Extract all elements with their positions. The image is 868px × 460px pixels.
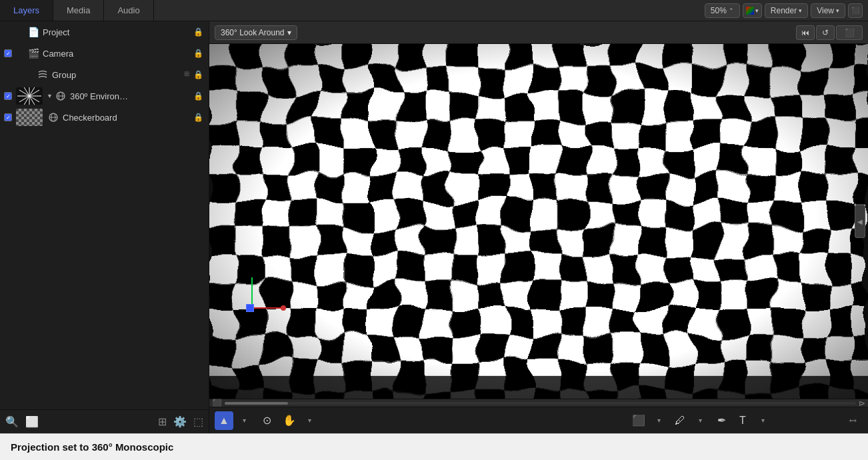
hand-dropdown-arrow: ▾ bbox=[308, 417, 311, 424]
search-icon[interactable]: 🔍 bbox=[5, 415, 19, 428]
view-arrow: ▾ bbox=[836, 7, 839, 14]
view-dropdown[interactable]: 360° Look Around ▾ bbox=[215, 25, 297, 40]
preview-extra-btn[interactable]: ⬛ bbox=[836, 25, 863, 40]
layer-project[interactable]: 📄 Project 🔒 bbox=[0, 21, 209, 43]
preview-reset-btn[interactable]: ↺ bbox=[816, 25, 835, 40]
color-swatch-icon bbox=[746, 7, 754, 15]
lasso-tool-btn[interactable]: ⊙ bbox=[257, 411, 276, 430]
group-behavior-icon: ⊞ bbox=[184, 70, 189, 79]
tab-media[interactable]: Media bbox=[53, 0, 104, 21]
gizmo-center-box[interactable] bbox=[246, 304, 254, 312]
status-bar: Projection set to 360° Monoscopic bbox=[0, 433, 868, 460]
lasso-icon: ⊙ bbox=[263, 414, 271, 427]
gizmo-vertical-line bbox=[251, 277, 253, 304]
render-btn[interactable]: Render ▾ bbox=[765, 3, 808, 18]
text-dropdown-btn[interactable]: ▾ bbox=[753, 411, 772, 430]
top-bar: Layers Media Audio 50% ⌃ ▾ Render ▾ View… bbox=[0, 0, 868, 21]
viewport: ◀ bbox=[209, 44, 868, 399]
layer-group-icon bbox=[36, 68, 49, 81]
hand-dropdown-btn[interactable]: ▾ bbox=[300, 411, 319, 430]
status-text: Projection set to 360° Monoscopic bbox=[11, 441, 173, 453]
shape-dropdown-arrow: ▾ bbox=[657, 417, 661, 424]
layer-env360-icon bbox=[54, 89, 67, 103]
pen-icon: ✒ bbox=[717, 414, 726, 427]
color-swatch-btn[interactable]: ▾ bbox=[743, 3, 762, 18]
layers-spacer bbox=[0, 128, 209, 409]
layer-camera-checkbox[interactable]: ✓ bbox=[0, 49, 16, 57]
canvas-right-collapse-btn[interactable]: ◀ bbox=[855, 205, 865, 238]
add-layer-icon[interactable]: ⬚ bbox=[193, 415, 203, 428]
group-svg-icon bbox=[37, 69, 48, 80]
env360-thumb-svg bbox=[16, 87, 43, 105]
layer-checkerboard-check: ✓ bbox=[4, 113, 12, 121]
zoom-control[interactable]: 50% ⌃ bbox=[705, 3, 740, 18]
select-tool-arrow-btn[interactable]: ▾ bbox=[235, 411, 253, 430]
layer-group[interactable]: Group ⊞ 🔒 bbox=[0, 64, 209, 85]
layer-env360-checkbox[interactable]: ✓ bbox=[0, 92, 16, 100]
paint-tool-group: 🖊 ▾ bbox=[671, 411, 709, 430]
view-label: View bbox=[817, 6, 834, 15]
layer-checkerboard[interactable]: ✓ Checkerboard 🔒 bbox=[0, 107, 209, 128]
pen-tool-btn[interactable]: ✒ bbox=[712, 411, 731, 430]
layout-btn[interactable]: ⬛ bbox=[848, 3, 863, 18]
scrollbar-bg bbox=[225, 402, 856, 405]
select-all-icon[interactable]: ⊞ bbox=[158, 415, 167, 428]
settings-icon[interactable]: ⚙️ bbox=[173, 415, 187, 428]
svg-rect-26 bbox=[209, 376, 868, 399]
env360-globe-icon bbox=[55, 91, 66, 101]
env360-expand-arrow: ▼ bbox=[47, 93, 53, 99]
hand-icon: ✋ bbox=[283, 414, 296, 427]
scrollbar-thumb bbox=[225, 402, 288, 405]
shape-dropdown-btn[interactable]: ▾ bbox=[649, 411, 668, 430]
shape-tool-btn[interactable]: ⬛ bbox=[629, 411, 648, 430]
layer-project-lock: 🔒 bbox=[193, 27, 203, 37]
layers-panel: 📄 Project 🔒 ✓ 🎬 Camera 🔒 bbox=[0, 21, 209, 433]
paint-dropdown-arrow: ▾ bbox=[699, 417, 702, 424]
resize-tool-btn[interactable]: ⤢ bbox=[844, 411, 863, 430]
layer-checkerboard-name: Checkerboard bbox=[63, 113, 191, 123]
shape-icon: ⬛ bbox=[632, 414, 645, 427]
text-tool-group: T ▾ bbox=[733, 411, 772, 430]
layer-checkerboard-checkbox[interactable]: ✓ bbox=[0, 113, 16, 121]
layer-camera-icon: 🎬 bbox=[27, 47, 40, 60]
tab-layers[interactable]: Layers bbox=[0, 0, 53, 21]
canvas-toolbar: 360° Look Around ▾ ⏮ ↺ ⬛ bbox=[209, 21, 868, 44]
tab-audio[interactable]: Audio bbox=[104, 0, 153, 21]
view-btn[interactable]: View ▾ bbox=[811, 3, 845, 18]
right-tools: ⬛ ▾ 🖊 ▾ ✒ bbox=[629, 411, 863, 430]
hand-tool-group: ✋ ▾ bbox=[280, 411, 319, 430]
group-lock: 🔒 bbox=[193, 70, 203, 79]
color-swatch-arrow: ▾ bbox=[755, 7, 759, 14]
preview-back-btn[interactable]: ⏮ bbox=[796, 25, 815, 40]
hand-tool-btn[interactable]: ✋ bbox=[280, 411, 299, 430]
layer-env360[interactable]: ✓ bbox=[0, 85, 209, 107]
paint-icon: 🖊 bbox=[675, 415, 685, 427]
paint-tool-btn[interactable]: 🖊 bbox=[671, 411, 689, 430]
viewport-scrollbar[interactable]: ⬛ ⊳ bbox=[209, 399, 868, 407]
view-dropdown-label: 360° Look Around bbox=[221, 28, 285, 37]
group-icons-right: ⊞ 🔒 bbox=[184, 70, 203, 79]
select-dropdown-arrow: ▾ bbox=[243, 417, 246, 424]
resize-icon: ⤢ bbox=[847, 414, 860, 427]
tab-layers-label: Layers bbox=[13, 5, 39, 15]
select-arrow-icon: ▲ bbox=[219, 415, 229, 427]
layer-checkerboard-lock: 🔒 bbox=[193, 113, 203, 122]
layer-checkerboard-thumb bbox=[16, 109, 43, 126]
canvas-area: 360° Look Around ▾ ⏮ ↺ ⬛ bbox=[209, 21, 868, 433]
select-tool-btn[interactable]: ▲ bbox=[215, 411, 233, 430]
preview-extra-icon: ⬛ bbox=[845, 28, 855, 37]
paint-dropdown-btn[interactable]: ▾ bbox=[691, 411, 709, 430]
bottom-toolbar: ▲ ▾ ⊙ ✋ ▾ bbox=[209, 407, 868, 433]
layer-group-name: Group bbox=[52, 70, 184, 80]
layer-camera[interactable]: ✓ 🎬 Camera 🔒 bbox=[0, 43, 209, 64]
preview-back-icon: ⏮ bbox=[801, 28, 809, 37]
layer-project-icon: 📄 bbox=[27, 25, 40, 39]
layer-checkerboard-icon bbox=[47, 111, 60, 124]
zoom-value: 50% bbox=[711, 6, 727, 15]
lasso-tool-group: ⊙ bbox=[257, 411, 276, 430]
text-icon: T bbox=[739, 415, 746, 427]
group-layers-icon[interactable]: ⬜ bbox=[25, 415, 39, 428]
layer-env360-lock: 🔒 bbox=[193, 91, 203, 101]
text-tool-btn[interactable]: T bbox=[733, 411, 752, 430]
layer-env360-name: 360º Environ… bbox=[70, 91, 191, 101]
